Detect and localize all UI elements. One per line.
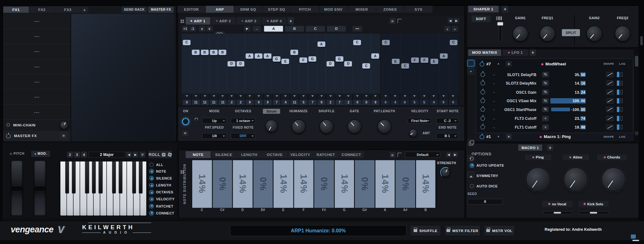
note-menu-icon[interactable]: ≡ bbox=[389, 152, 396, 158]
macro-label-chords[interactable]: Chords bbox=[597, 154, 627, 160]
pattern-next-icon[interactable]: › bbox=[452, 26, 458, 31]
arp-step-note[interactable]: F bbox=[420, 58, 428, 63]
step-value[interactable]: 0 bbox=[381, 100, 390, 105]
mod-target[interactable]: SLOT2 DelayMix bbox=[497, 81, 536, 86]
scale-prev-icon[interactable]: ◀ bbox=[126, 152, 132, 158]
distribution-bar-c[interactable]: 14% bbox=[192, 160, 212, 208]
strum-label[interactable]: Strum bbox=[263, 109, 280, 114]
mod-curve-button[interactable] bbox=[606, 80, 614, 86]
arp-step-note[interactable]: A bbox=[264, 53, 271, 59]
more-options-button[interactable]: ••• bbox=[353, 26, 362, 31]
mod-lag-button[interactable] bbox=[617, 89, 623, 95]
mod-unit-toggle[interactable]: % bbox=[542, 98, 549, 103]
step-value[interactable]: 2 bbox=[237, 100, 245, 105]
mod-amount[interactable]: 19.98 bbox=[550, 124, 586, 130]
step-value[interactable]: 9 bbox=[246, 100, 254, 105]
matrix-slot-power-icon[interactable] bbox=[480, 62, 484, 66]
main-tab-mixer[interactable]: MIXER bbox=[348, 6, 376, 13]
mod-target[interactable]: OSC1 StartPhase bbox=[497, 107, 536, 112]
play-icon[interactable]: ▶ bbox=[244, 26, 251, 31]
step-value[interactable]: 2 bbox=[344, 100, 353, 105]
arp-menu-icon[interactable]: ≡ bbox=[389, 18, 396, 24]
arp-step-note[interactable]: D bbox=[344, 61, 352, 67]
step-octave-dropdown[interactable] bbox=[449, 94, 458, 99]
collapse-up-icon[interactable] bbox=[467, 171, 474, 178]
step-octave-dropdown[interactable] bbox=[430, 94, 439, 99]
fx-slot-2[interactable]: --- bbox=[3, 29, 70, 44]
arp-list-icon[interactable]: ≡ bbox=[182, 130, 189, 136]
filter-connect[interactable]: CONNECT bbox=[149, 210, 174, 216]
step-value[interactable]: 9 bbox=[264, 100, 272, 105]
step-value[interactable]: 0 bbox=[183, 100, 191, 105]
pat-speed-dropdown[interactable]: 1/8 bbox=[202, 133, 227, 139]
power-icon[interactable] bbox=[480, 72, 485, 77]
matrix-slot2-add-icon[interactable]: + bbox=[506, 134, 512, 139]
arp-tab-prev-icon[interactable]: ◀ bbox=[448, 18, 453, 23]
main-tab-arp[interactable]: ARP bbox=[206, 6, 234, 13]
mod-wheel-label-box[interactable]: MOD. bbox=[31, 151, 50, 157]
mod-lag-button[interactable] bbox=[617, 107, 623, 112]
fx-tab-fx1[interactable]: FX1 bbox=[3, 7, 29, 13]
filter-silence[interactable]: SILENCE bbox=[149, 176, 172, 181]
arp-step-note[interactable]: D bbox=[237, 61, 245, 67]
step-octave-dropdown[interactable] bbox=[299, 94, 308, 99]
shuffle-knob[interactable] bbox=[319, 119, 333, 133]
mod-amount[interactable]: 100.00 bbox=[550, 98, 586, 103]
matrix-slot2-triangle-icon[interactable]: ▲ bbox=[497, 135, 500, 137]
step-value[interactable]: 2 bbox=[228, 100, 236, 105]
step-octave-dropdown[interactable] bbox=[273, 94, 281, 99]
arp-step-note[interactable]: B bbox=[219, 50, 226, 55]
freq1-knob[interactable] bbox=[540, 26, 555, 42]
pat-length-knob[interactable] bbox=[377, 119, 391, 133]
step-octave-dropdown[interactable] bbox=[255, 94, 263, 99]
arp-step-note[interactable]: B bbox=[210, 50, 218, 55]
matrix-slot2-number[interactable]: #1 bbox=[486, 134, 491, 139]
mod-target[interactable]: SLOT1 DelayFB bbox=[497, 72, 536, 77]
mini-chain-knob[interactable] bbox=[60, 121, 68, 129]
piano-black-key[interactable] bbox=[65, 161, 69, 193]
arp-step-note[interactable]: E bbox=[430, 59, 438, 64]
main-tab-drm-sq[interactable]: DRM SQ bbox=[234, 6, 262, 13]
mod-lag-button[interactable] bbox=[617, 124, 623, 130]
step-value[interactable]: 4 bbox=[430, 100, 439, 105]
mod-curve-button[interactable] bbox=[606, 107, 614, 112]
step-octave-dropdown[interactable] bbox=[326, 94, 335, 99]
note-tab-connect[interactable]: CONNECT bbox=[339, 151, 364, 158]
preset-next-icon[interactable]: ▶ bbox=[452, 152, 458, 157]
arp-step-note[interactable]: F bbox=[299, 58, 307, 63]
pattern-section-d[interactable]: D bbox=[327, 26, 346, 31]
retrigger-arrow-icon[interactable]: → bbox=[253, 26, 261, 31]
gate-knob[interactable] bbox=[347, 119, 361, 133]
step-octave-dropdown[interactable] bbox=[381, 94, 390, 99]
step-value[interactable]: 11 bbox=[192, 100, 200, 105]
shaper-mix-slider-handle[interactable] bbox=[497, 22, 503, 25]
seed-value-box[interactable]: 0 bbox=[467, 199, 502, 204]
piano-black-key[interactable] bbox=[98, 161, 102, 193]
macro-slider-1-handle[interactable] bbox=[554, 212, 561, 214]
start-note-dropdown[interactable]: C -3 bbox=[436, 118, 458, 124]
mod-unit-toggle[interactable]: + bbox=[542, 116, 549, 121]
macro-knob-ping[interactable] bbox=[526, 168, 550, 191]
mod-unit-toggle[interactable]: % bbox=[542, 107, 549, 112]
macro-label-atmo[interactable]: Atmo bbox=[563, 154, 589, 160]
macro-add-tab-button[interactable]: + bbox=[547, 145, 553, 151]
freq2-knob[interactable] bbox=[615, 26, 630, 42]
lock-button-shuffle[interactable]: SHUFFLE bbox=[410, 225, 441, 236]
step-octave-dropdown[interactable] bbox=[439, 94, 448, 99]
mod-unit-toggle[interactable]: % bbox=[542, 72, 549, 77]
octave-button-3[interactable]: 3 bbox=[74, 152, 80, 158]
step-octave-dropdown[interactable] bbox=[362, 94, 371, 99]
power-icon[interactable] bbox=[480, 98, 485, 103]
mod-matrix-tab[interactable]: MOD MATRIX bbox=[468, 49, 501, 56]
step-value[interactable]: 0 bbox=[400, 100, 409, 105]
arp-step-note[interactable]: C bbox=[401, 63, 409, 69]
macro-knob-atmo[interactable] bbox=[564, 168, 588, 191]
arp-step-note[interactable]: A bbox=[440, 53, 448, 59]
mod-unit-toggle[interactable]: + bbox=[542, 124, 549, 130]
shift-down-icon[interactable]: ∨ bbox=[206, 26, 213, 31]
filter-note[interactable]: NOTE bbox=[149, 169, 166, 174]
fx-slot-1[interactable]: --- bbox=[3, 14, 70, 29]
main-tab-mod-env[interactable]: MOD ENV bbox=[319, 6, 347, 13]
soft-button[interactable]: SOFT bbox=[471, 16, 490, 22]
piano-black-key[interactable] bbox=[119, 161, 122, 193]
